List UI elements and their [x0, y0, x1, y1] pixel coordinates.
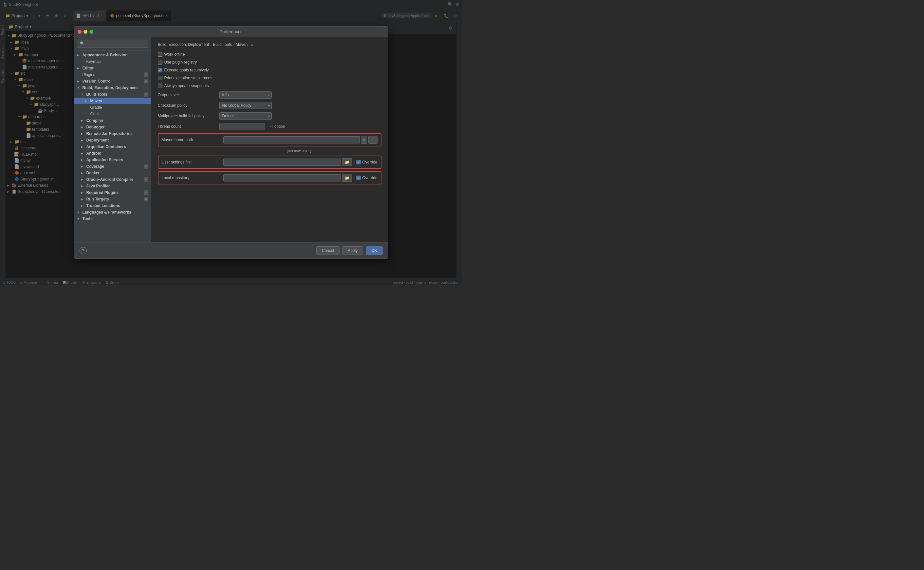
- nav-appearance[interactable]: ▶ Appearance & Behavior: [74, 52, 151, 58]
- nav-gradle[interactable]: Gradle: [74, 104, 151, 111]
- nav-version-control[interactable]: ▶ Version Control ≡: [74, 78, 151, 84]
- nav-app-servers-label: Application Servers: [86, 158, 124, 162]
- thread-count-input[interactable]: [219, 123, 265, 130]
- required-plugins-arrow: ▶: [81, 191, 85, 194]
- preferences-search-input[interactable]: [77, 40, 148, 48]
- work-offline-checkbox[interactable]: [158, 52, 162, 57]
- nav-gant[interactable]: Gant: [74, 111, 151, 117]
- use-plugin-registry-label[interactable]: Use plugin registry: [158, 60, 197, 64]
- nav-run-targets[interactable]: ▶ Run Targets ≡: [74, 196, 151, 202]
- maven-home-browse-btn[interactable]: ...: [368, 136, 377, 144]
- checksum-policy-select[interactable]: No Global Policy Fail Warn Ignore: [219, 102, 272, 109]
- nav-remote-jar[interactable]: ▶ Remote Jar Repositories: [74, 130, 151, 137]
- checksum-select-wrapper: No Global Policy Fail Warn Ignore: [219, 102, 272, 109]
- traffic-lights: [78, 30, 93, 34]
- breadcrumb-item-1[interactable]: Build, Execution, Deployment: [158, 42, 209, 47]
- help-button[interactable]: ?: [79, 247, 87, 254]
- breadcrumb-item-2[interactable]: Build Tools: [213, 42, 232, 47]
- apply-button[interactable]: Apply: [342, 246, 363, 255]
- nav-build-tools[interactable]: ▼ Build Tools ≡: [74, 91, 151, 98]
- vc-badge: ≡: [144, 79, 148, 84]
- user-settings-input[interactable]: /Library/ApacheMaven/conf/settings.xml: [223, 159, 341, 166]
- nav-deployment[interactable]: ▶ Deployment: [74, 137, 151, 144]
- maven-version-text: (Version: 3.8.1): [158, 149, 382, 153]
- nav-plugins-label: Plugins: [82, 72, 95, 77]
- use-plugin-registry-checkbox[interactable]: [158, 60, 162, 64]
- minimize-traffic-light[interactable]: [84, 30, 87, 34]
- nav-docker[interactable]: ▶ Docker: [74, 170, 151, 176]
- nav-tools[interactable]: ▼ Tools: [74, 216, 151, 222]
- multiproject-row: Multiproject build fail policy: Default …: [158, 112, 382, 120]
- always-update-checkbox[interactable]: [158, 84, 162, 88]
- execute-goals-checkbox[interactable]: ✓: [158, 68, 162, 72]
- maven-home-path-wrapper: /Library/ApacheMaven ▾ ...: [223, 136, 377, 144]
- build-tools-badge: ≡: [144, 92, 148, 97]
- local-repo-override-label: Override: [362, 176, 377, 180]
- output-level-select[interactable]: Info Debug Warn Error: [219, 91, 272, 99]
- ok-button[interactable]: OK: [366, 246, 382, 255]
- user-settings-override-checkbox[interactable]: ✓: [356, 160, 361, 164]
- local-repo-browse-btn[interactable]: 📁: [342, 174, 352, 182]
- breadcrumb-sep-1: ›: [210, 42, 212, 47]
- dialog-search-area: [74, 37, 151, 51]
- multiproject-select[interactable]: Default Fail Fast Fail At End Never Fail: [219, 112, 272, 120]
- nav-appearance-label: Appearance & Behavior: [82, 53, 127, 57]
- nav-maven[interactable]: ▶ Maven: [74, 98, 151, 104]
- coverage-badge: ≡: [144, 164, 148, 169]
- checksum-policy-row: Checksum policy: No Global Policy Fail W…: [158, 102, 382, 109]
- execute-goals-text: Execute goals recursively: [164, 68, 209, 72]
- local-repo-section: Local repository: /Library/ApacheMaven/r…: [158, 171, 382, 184]
- dialog-nav-tree: ▶ Appearance & Behavior Keymap ▶ Editor: [74, 51, 151, 242]
- local-repo-override-checkbox[interactable]: ✓: [356, 176, 361, 180]
- nav-java-profiler[interactable]: ▶ Java Profiler: [74, 183, 151, 189]
- nav-arquillian[interactable]: ▶ Arquillian Containers: [74, 144, 151, 150]
- cancel-button[interactable]: Cancel: [316, 246, 339, 255]
- nav-trusted-locations[interactable]: ▶ Trusted Locations: [74, 202, 151, 209]
- nav-plugins[interactable]: Plugins ≡: [74, 71, 151, 78]
- breadcrumb-item-3[interactable]: Maven: [236, 42, 247, 47]
- maven-home-dropdown-btn[interactable]: ▾: [361, 136, 367, 144]
- dialog-content: Build, Execution, Deployment › Build Too…: [151, 37, 388, 242]
- nav-build-exec-label: Build, Execution, Deployment: [82, 86, 138, 90]
- app-servers-arrow: ▶: [81, 158, 85, 161]
- nav-coverage[interactable]: ▶ Coverage ≡: [74, 163, 151, 170]
- multiproject-select-wrapper: Default Fail Fast Fail At End Never Fail: [219, 112, 272, 120]
- required-plugins-badge: ≡: [144, 190, 148, 195]
- breadcrumb-sep-2: ›: [233, 42, 234, 47]
- ok-label: OK: [371, 248, 377, 253]
- print-exceptions-text: Print exception stack traces: [164, 76, 212, 80]
- nav-android[interactable]: ▶ Android: [74, 150, 151, 156]
- nav-lang-label: Languages & Frameworks: [82, 210, 131, 215]
- nav-docker-label: Docker: [86, 171, 100, 175]
- nav-editor[interactable]: ▶ Editor: [74, 65, 151, 71]
- breadcrumb: Build, Execution, Deployment › Build Too…: [158, 42, 382, 47]
- local-repo-input[interactable]: /Library/ApacheMaven/repository: [223, 174, 341, 181]
- nav-build-tools-label: Build Tools: [86, 92, 107, 97]
- nav-compiler[interactable]: ▶ Compiler: [74, 117, 151, 124]
- user-settings-browse-btn[interactable]: 📁: [342, 158, 352, 166]
- nav-app-servers[interactable]: ▶ Application Servers: [74, 156, 151, 163]
- breadcrumb-bookmark[interactable]: ≡: [251, 43, 253, 46]
- nav-keymap[interactable]: Keymap: [74, 58, 151, 65]
- maven-nav-arrow: ▶: [85, 99, 89, 103]
- nav-java-profiler-label: Java Profiler: [86, 184, 110, 188]
- user-settings-wrapper: /Library/ApacheMaven/conf/settings.xml 📁: [223, 158, 353, 166]
- dialog-body: ▶ Appearance & Behavior Keymap ▶ Editor: [74, 37, 388, 242]
- close-traffic-light[interactable]: [78, 30, 81, 34]
- nav-required-plugins[interactable]: ▶ Required Plugins ≡: [74, 189, 151, 196]
- local-repo-label: Local repository:: [162, 176, 221, 180]
- always-update-label[interactable]: Always update snapshots: [158, 84, 209, 88]
- work-offline-label[interactable]: Work offline: [158, 52, 185, 57]
- print-exceptions-label[interactable]: Print exception stack traces: [158, 76, 212, 80]
- nav-gradle-android[interactable]: ▶ Gradle-Android Compiler ≡: [74, 176, 151, 183]
- execute-goals-label[interactable]: ✓ Execute goals recursively: [158, 68, 209, 72]
- nav-debugger[interactable]: ▶ Debugger: [74, 124, 151, 130]
- gradle-android-arrow: ▶: [81, 178, 85, 181]
- maximize-traffic-light[interactable]: [89, 30, 93, 34]
- nav-build-exec[interactable]: ▼ Build, Execution, Deployment: [74, 84, 151, 91]
- android-arrow: ▶: [81, 152, 85, 155]
- nav-lang-frameworks[interactable]: ▼ Languages & Frameworks: [74, 209, 151, 216]
- maven-home-path-input[interactable]: /Library/ApacheMaven: [223, 136, 360, 144]
- print-exceptions-checkbox[interactable]: [158, 76, 162, 80]
- lang-arrow: ▼: [77, 211, 81, 214]
